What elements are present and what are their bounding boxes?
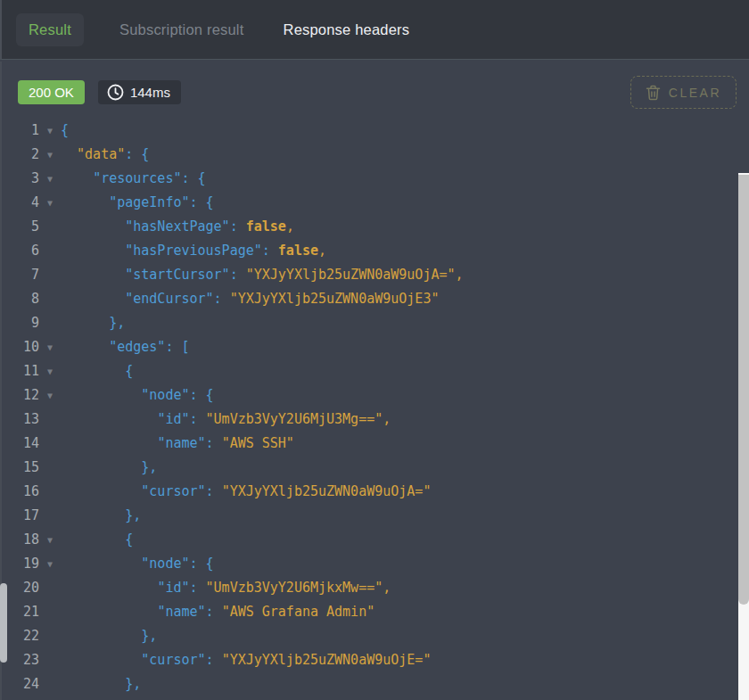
status-code-badge: 200 OK [18,80,85,104]
code-text: }, [61,624,738,648]
fold-chevron-down-icon[interactable]: ▼ [39,359,61,383]
code-text: "id": "UmVzb3VyY2U6MjU3Mg==", [61,408,738,432]
code-line: 16 "cursor": "YXJyYXljb25uZWN0aW9uOjA=" [2,480,738,504]
fold-spacer [39,648,61,672]
line-number: 10 [2,335,39,359]
fold-spacer [39,432,61,456]
token-s: "YXJyYXljb25uZWN0aW9uOjA=" [222,483,432,499]
token-o: "data" [77,146,125,162]
json-response-viewer: 1▼{2▼ "data": {3▼ "resources": {4▼ "page… [2,112,738,700]
code-line: 9 }, [2,311,738,335]
code-text: "hasNextPage": false, [61,215,738,239]
fold-chevron-down-icon[interactable]: ▼ [39,552,61,576]
fold-spacer [39,456,61,480]
line-number: 2 [2,143,39,167]
line-gutter: 16 [2,480,61,504]
token-p: { [61,122,69,138]
tab-response-headers[interactable]: Response headers [280,13,414,46]
token-p: : [206,435,222,451]
response-time-badge: 144ms [98,80,181,104]
code-text: "edges": [ [61,335,738,359]
line-gutter: 14 [2,432,61,456]
line-number: 21 [2,600,39,624]
line-gutter: 7 [2,263,61,287]
code-text: }, [61,456,738,480]
token-p: : [214,291,230,307]
code-text: "cursor": "YXJyYXljb25uZWN0aW9uOjE=" [61,648,738,672]
token-p: }, [125,507,141,523]
token-k: "hasPreviousPage" [125,243,262,259]
token-k: "cursor" [141,483,205,499]
token-p: : [ [165,339,189,355]
line-number: 11 [2,359,39,383]
line-number: 3 [2,167,39,191]
clear-button[interactable]: CLEAR [630,76,737,109]
token-b: false [246,218,286,235]
line-gutter: 18▼ [2,528,61,552]
fold-chevron-down-icon[interactable]: ▼ [39,528,61,552]
fold-chevron-down-icon[interactable]: ▼ [39,119,61,143]
tab-subscription-result[interactable]: Subscription result [116,13,248,46]
fold-spacer [39,624,61,648]
vertical-scrollbar-thumb[interactable] [738,175,749,605]
token-k: "resources" [93,170,181,186]
token-k: "id" [157,580,189,596]
token-k: "cursor" [141,652,205,668]
line-gutter: 22 [2,624,61,648]
token-p: { [125,531,133,548]
code-line: 2▼ "data": { [2,143,738,167]
line-gutter: 4▼ [2,191,61,215]
token-p: : [190,580,206,596]
line-number: 19 [2,552,39,576]
fold-chevron-down-icon[interactable]: ▼ [39,335,61,359]
line-number: 6 [2,239,39,263]
fold-spacer [39,576,61,600]
line-gutter: 3▼ [2,167,61,191]
trash-icon [646,85,661,101]
fold-chevron-down-icon[interactable]: ▼ [39,383,61,408]
code-text: "hasPreviousPage": false, [61,239,738,263]
line-number: 18 [2,528,39,552]
code-text: { [61,528,738,552]
code-text: "name": "AWS Grafana Admin" [61,600,738,624]
line-number: 24 [2,672,39,696]
token-s: "YXJyYXljb25uZWN0aW9uOjE3" [230,291,440,307]
fold-spacer [39,672,61,696]
fold-chevron-down-icon[interactable]: ▼ [39,143,61,167]
line-gutter: 15 [2,456,61,480]
token-p: : { [125,146,149,162]
token-k: "node" [141,387,189,403]
fold-chevron-down-icon[interactable]: ▼ [39,191,61,215]
line-gutter: 13 [2,408,61,432]
code-line: 11▼ { [2,359,738,383]
response-time-label: 144ms [130,84,170,101]
fold-spacer [39,480,61,504]
token-p: }, [109,315,125,331]
vertical-scrollbar[interactable] [738,173,749,700]
fold-spacer [39,263,61,287]
line-number: 22 [2,624,39,648]
line-gutter: 23 [2,648,61,672]
clock-icon [107,84,124,101]
fold-chevron-down-icon[interactable]: ▼ [39,167,61,191]
code-line: 1▼{ [2,119,738,143]
token-p: { [125,363,133,379]
code-line: 14 "name": "AWS SSH" [2,432,738,456]
token-p: : [190,411,206,427]
code-text: { [61,359,738,383]
token-k: "name" [157,604,205,620]
line-gutter: 17 [2,504,61,528]
window-scrollbar-thumb[interactable] [0,583,7,663]
result-pane: 200 OK 144ms [0,62,749,700]
tab-result[interactable]: Result [16,13,84,46]
code-text: }, [61,672,738,696]
token-p: : { [190,387,214,403]
line-gutter: 11▼ [2,359,61,383]
code-line: 13 "id": "UmVzb3VyY2U6MjU3Mg==", [2,408,738,432]
code-line: 22 }, [2,624,738,648]
code-text: { [61,119,738,143]
token-k: "id" [157,411,189,427]
line-gutter: 8 [2,287,61,311]
token-p: : { [190,194,214,210]
token-k: "startCursor" [125,267,229,283]
